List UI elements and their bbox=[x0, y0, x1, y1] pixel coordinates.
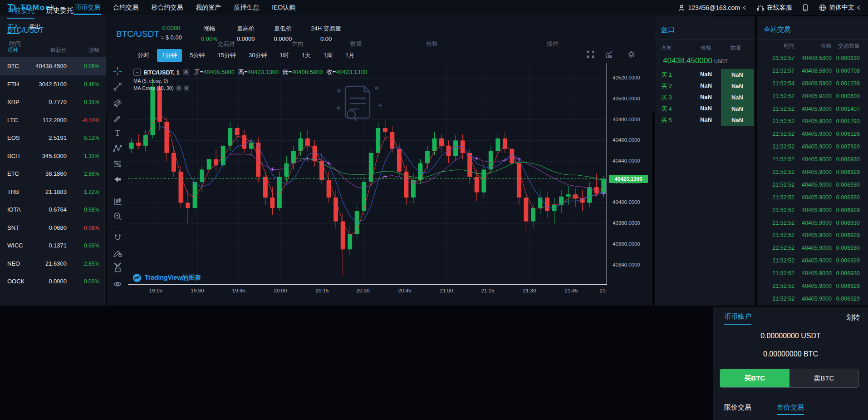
trade-row: 21:52:5240405.90000.006126 bbox=[757, 128, 868, 140]
sell-btc-button[interactable]: 卖BTC bbox=[790, 369, 859, 387]
legend-symbol-row: BTC/USDT, 1 开=40408.5800高=40423.1300低=40… bbox=[133, 68, 367, 76]
legend-ohlc-item: 高=40423.1300 bbox=[238, 68, 279, 76]
market-change: 0.46% bbox=[84, 81, 99, 88]
market-symbol: BCH bbox=[7, 153, 20, 159]
tab-history-orders[interactable]: 历史委托 bbox=[46, 6, 74, 19]
legend-collapse-icon[interactable] bbox=[133, 69, 141, 76]
orders-col-4: 价格 bbox=[426, 40, 438, 48]
market-row-XRP[interactable]: XRP0.77700.31% bbox=[0, 93, 106, 111]
zoom-in-icon[interactable] bbox=[113, 211, 123, 221]
tab-market-order[interactable]: 市价交易 bbox=[777, 403, 804, 415]
eye-icon[interactable] bbox=[113, 279, 123, 289]
time-tick: 19:15 bbox=[149, 288, 162, 293]
transfer-link[interactable]: 划转 bbox=[846, 313, 860, 322]
market-change: 0.31% bbox=[84, 99, 99, 105]
orderbook-panel: 盘口 方向 价格 数量 40438.450000USDT 买 1NaNNaN买 … bbox=[655, 16, 755, 306]
market-row-BTC[interactable]: BTC40438.45000.06% bbox=[0, 57, 106, 75]
stat-label: 24H 交易量 bbox=[311, 25, 341, 33]
bar-pattern-icon[interactable] bbox=[113, 196, 123, 206]
nav-item-4[interactable]: 质押生息 bbox=[227, 0, 265, 15]
orderbook-last-price: 40438.450000USDT bbox=[655, 54, 755, 69]
orders-side-tabs: 买入 卖出 bbox=[7, 23, 41, 34]
market-change: 0.66% bbox=[84, 242, 99, 249]
price-tick: 40520.0000 bbox=[613, 75, 640, 80]
nav-item-2[interactable]: 秒合约交易 bbox=[145, 0, 189, 15]
market-sidebar: BTC/USDT 币种 最新价 涨幅 BTC40438.45000.06%ETH… bbox=[0, 16, 106, 306]
trendline-icon[interactable] bbox=[113, 82, 123, 92]
ob-side: 买 2 bbox=[661, 82, 672, 90]
trade-row: 21:52:5240405.90000.006929 bbox=[757, 280, 868, 292]
orderbook-row[interactable]: 买 2NaNNaN bbox=[655, 80, 755, 92]
ob-qty: NaN bbox=[721, 69, 754, 80]
price-tick: 40340.0000 bbox=[613, 262, 640, 267]
market-row-SNT[interactable]: SNT0.0680-0.06% bbox=[0, 219, 106, 237]
mobile-app-icon bbox=[801, 4, 809, 12]
ma-close-icon[interactable] bbox=[184, 85, 189, 91]
forecast-icon[interactable] bbox=[113, 159, 123, 169]
buy-btc-button[interactable]: 买BTC bbox=[720, 369, 790, 387]
btc-balance: 0.00000000 BTC bbox=[713, 350, 868, 358]
trades-rows: 21:52:5740408.58000.00083021:52:5740408.… bbox=[757, 52, 868, 305]
market-change: 2.86% bbox=[84, 171, 99, 177]
market-row-EOS[interactable]: EOS2.51915.12% bbox=[0, 129, 106, 147]
drawing-lock-icon[interactable] bbox=[113, 248, 123, 258]
nav-item-1[interactable]: 合约交易 bbox=[107, 0, 145, 15]
market-row-OOCK[interactable]: OOCK0.00000.00% bbox=[0, 272, 106, 291]
magnet-icon[interactable] bbox=[113, 232, 123, 242]
market-price: 0.0000 bbox=[49, 278, 67, 285]
market-change: -0.06% bbox=[82, 225, 99, 231]
market-symbol: XRP bbox=[7, 99, 20, 105]
time-axis[interactable]: 19:1519:3019:4520:0020:1520:3020:4521:00… bbox=[128, 287, 607, 296]
orders-col-2: 方向 bbox=[292, 40, 304, 48]
market-row-NEO[interactable]: NEO21.63002.85% bbox=[0, 255, 106, 273]
legend-settings-icon[interactable] bbox=[183, 69, 189, 75]
market-price: 21.6300 bbox=[45, 260, 67, 267]
arrow-left-icon[interactable] bbox=[113, 174, 123, 184]
tab-current-orders[interactable]: 当前委托 bbox=[7, 6, 34, 19]
language-menu[interactable]: 简体中文 bbox=[819, 4, 861, 12]
online-support[interactable]: 在线客服 bbox=[756, 4, 792, 12]
account-menu[interactable]: 123456@163.com bbox=[677, 4, 746, 12]
tab-buy[interactable]: 买入 bbox=[7, 23, 19, 34]
market-row-WICC[interactable]: WICC0.13710.66% bbox=[0, 237, 106, 255]
orderbook-row[interactable]: 买 3NaNNaN bbox=[655, 92, 755, 103]
trade-row: 21:52:5240405.91000.000600 bbox=[757, 90, 868, 103]
ma-settings-icon[interactable] bbox=[176, 85, 181, 91]
orderbook-row[interactable]: 买 1NaNNaN bbox=[655, 69, 755, 80]
market-row-LTC[interactable]: LTC112.2000-0.14% bbox=[0, 111, 106, 129]
order-type-tabs: 限价交易 市价交易 bbox=[724, 403, 804, 415]
market-row-TRB[interactable]: TRB21.18831.22% bbox=[0, 183, 106, 201]
collapse-toolbar-icon[interactable] bbox=[111, 260, 124, 269]
trade-row: 21:52:5440408.58000.001239 bbox=[757, 77, 868, 90]
orderbook-row[interactable]: 买 5NaNNaN bbox=[655, 114, 755, 126]
nav-item-3[interactable]: 我的资产 bbox=[189, 0, 227, 15]
orderbook-row[interactable]: 买 4NaNNaN bbox=[655, 103, 755, 114]
pattern-icon[interactable] bbox=[113, 143, 123, 153]
tradingview-attribution[interactable]: TradingView的图表 bbox=[132, 273, 201, 282]
tab-sell[interactable]: 卖出 bbox=[29, 23, 41, 34]
market-row-IOTA[interactable]: IOTA0.67640.68% bbox=[0, 201, 106, 219]
price-axis[interactable]: 40520.000040500.000040480.000040460.0000… bbox=[608, 63, 652, 285]
trades-title: 全站交易 bbox=[757, 16, 868, 40]
text-tool-icon[interactable] bbox=[113, 128, 123, 138]
nav-item-5[interactable]: IEO认购 bbox=[265, 0, 302, 15]
divider bbox=[0, 52, 712, 52]
ob-price: NaN bbox=[690, 94, 722, 100]
pitchfork-icon[interactable] bbox=[113, 97, 123, 107]
price-tick: 40480.0000 bbox=[613, 117, 640, 122]
market-row-BCH[interactable]: BCH345.83001.32% bbox=[0, 147, 106, 165]
tab-spot-account[interactable]: 币币账户 bbox=[724, 312, 751, 325]
nav-item-0[interactable]: 币币交易 bbox=[69, 0, 107, 15]
brush-icon[interactable] bbox=[113, 113, 123, 123]
time-tick: 21:45 bbox=[565, 288, 578, 293]
app-download[interactable] bbox=[801, 4, 809, 12]
price-tick: 40360.0000 bbox=[613, 241, 640, 247]
trade-buttons: 买BTC 卖BTC bbox=[720, 369, 859, 388]
time-tick: 19:30 bbox=[191, 288, 204, 293]
tab-limit-order[interactable]: 限价交易 bbox=[724, 403, 751, 415]
last-price-value: 40438.450000 bbox=[663, 56, 712, 65]
market-row-ETC[interactable]: ETC38.18602.86% bbox=[0, 165, 106, 183]
crosshair-icon[interactable] bbox=[113, 66, 123, 76]
market-row-ETH[interactable]: ETH3042.51000.46% bbox=[0, 75, 106, 94]
account-panel: 币币账户 划转 0.00000000 USDT 0.00000000 BTC 买… bbox=[713, 307, 868, 420]
